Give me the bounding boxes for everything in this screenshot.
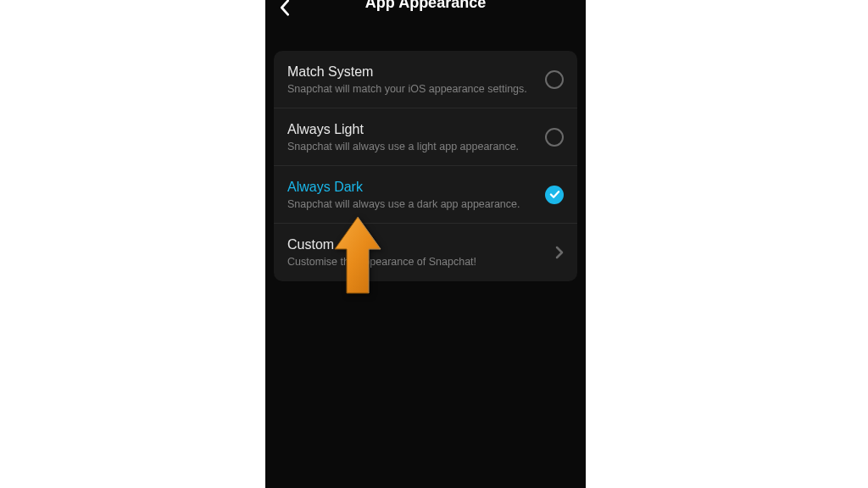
- radio-unchecked-icon: [545, 128, 564, 147]
- radio-checked-icon: [545, 186, 564, 204]
- option-title: Always Light: [287, 122, 535, 137]
- option-match-system[interactable]: Match System Snapchat will match your iO…: [274, 51, 577, 108]
- option-subtitle: Snapchat will always use a dark app appe…: [287, 198, 535, 210]
- appearance-options: Match System Snapchat will match your iO…: [274, 51, 577, 281]
- option-subtitle: Snapchat will always use a light app app…: [287, 141, 535, 152]
- option-text: Always Dark Snapchat will always use a d…: [287, 180, 545, 210]
- option-text: Match System Snapchat will match your iO…: [287, 64, 545, 95]
- option-title: Match System: [287, 64, 535, 80]
- option-title: Custom: [287, 237, 545, 252]
- option-text: Always Light Snapchat will always use a …: [287, 122, 545, 152]
- option-always-dark[interactable]: Always Dark Snapchat will always use a d…: [274, 166, 577, 224]
- back-button[interactable]: [272, 0, 298, 20]
- option-text: Custom Customise the appearance of Snapc…: [287, 237, 555, 268]
- option-title: Always Dark: [287, 180, 535, 195]
- option-always-light[interactable]: Always Light Snapchat will always use a …: [274, 108, 577, 166]
- phone-screen: App Appearance Match System Snapchat wil…: [265, 0, 586, 488]
- check-icon: [549, 190, 560, 199]
- chevron-right-icon: [555, 246, 564, 259]
- option-subtitle: Snapchat will match your iOS appearance …: [287, 83, 535, 95]
- option-subtitle: Customise the appearance of Snapchat!: [287, 256, 545, 268]
- chevron-left-icon: [279, 0, 291, 16]
- radio-unchecked-icon: [545, 70, 564, 89]
- header: App Appearance: [265, 0, 586, 32]
- page-title: App Appearance: [365, 0, 486, 12]
- option-custom[interactable]: Custom Customise the appearance of Snapc…: [274, 224, 577, 281]
